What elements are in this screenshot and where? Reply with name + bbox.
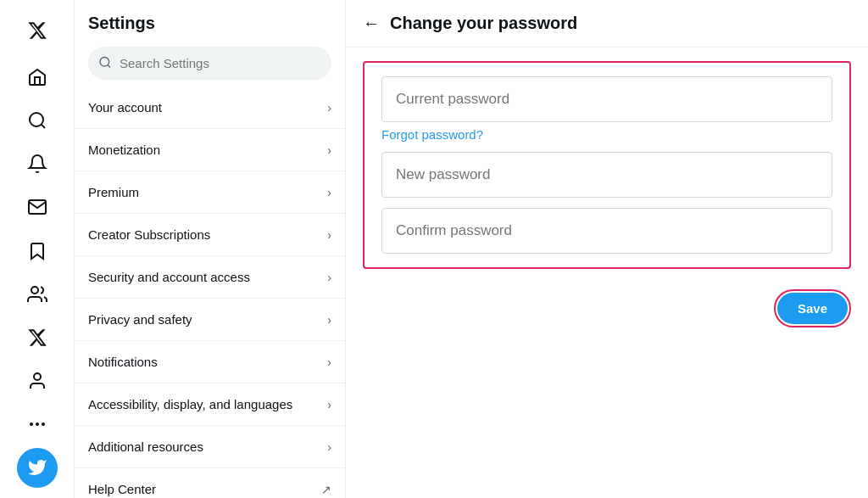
bookmarks-icon[interactable] <box>17 231 58 271</box>
save-section: Save <box>346 283 868 334</box>
home-icon[interactable] <box>17 57 58 97</box>
search-settings-input[interactable] <box>88 47 331 80</box>
chevron-right-icon: › <box>327 228 331 242</box>
chevron-right-icon: › <box>327 186 331 199</box>
menu-item-label: Security and account access <box>88 270 250 284</box>
menu-item-label: Notifications <box>88 355 158 369</box>
menu-item-your-account[interactable]: Your account › <box>75 87 345 129</box>
forgot-password-link[interactable]: Forgot password? <box>381 127 832 142</box>
chevron-right-icon: › <box>327 143 331 157</box>
menu-item-privacy[interactable]: Privacy and safety › <box>75 299 345 341</box>
current-password-input[interactable] <box>381 76 832 122</box>
communities-icon[interactable] <box>17 274 58 314</box>
save-button[interactable]: Save <box>777 293 848 324</box>
menu-item-label: Help Center <box>88 482 156 496</box>
svg-point-0 <box>30 113 43 126</box>
svg-point-6 <box>100 57 109 66</box>
svg-point-2 <box>34 373 41 380</box>
messages-icon[interactable] <box>17 187 58 227</box>
chevron-right-icon: › <box>327 313 331 327</box>
menu-item-security[interactable]: Security and account access › <box>75 256 345 299</box>
menu-item-label: Your account <box>88 100 162 115</box>
settings-title: Settings <box>75 0 345 40</box>
svg-point-3 <box>30 422 33 426</box>
svg-point-4 <box>36 422 39 426</box>
chevron-right-icon: › <box>327 398 331 411</box>
menu-item-label: Additional resources <box>88 439 203 454</box>
svg-point-1 <box>31 287 38 294</box>
menu-item-label: Accessibility, display, and languages <box>88 397 292 411</box>
menu-item-label: Privacy and safety <box>88 312 192 327</box>
search-box <box>88 47 331 80</box>
menu-item-additional-resources[interactable]: Additional resources › <box>75 426 345 468</box>
new-password-input[interactable] <box>381 152 832 198</box>
search-nav-icon[interactable] <box>17 100 58 140</box>
premium-icon[interactable] <box>17 317 58 357</box>
page-header: ← Change your password <box>346 0 868 48</box>
menu-item-notifications[interactable]: Notifications › <box>75 341 345 383</box>
menu-item-accessibility[interactable]: Accessibility, display, and languages › <box>75 383 345 426</box>
more-icon[interactable] <box>17 405 58 445</box>
settings-sidebar: Settings Your account › Monetization › P… <box>75 0 346 498</box>
menu-item-label: Premium <box>88 185 139 199</box>
menu-item-label: Creator Subscriptions <box>88 227 210 242</box>
confirm-password-field <box>381 208 832 254</box>
notifications-icon[interactable] <box>17 144 58 184</box>
search-icon <box>98 55 112 71</box>
compose-icon[interactable] <box>17 448 58 488</box>
confirm-password-input[interactable] <box>381 208 832 254</box>
new-password-field <box>381 152 832 198</box>
menu-item-premium[interactable]: Premium › <box>75 171 345 214</box>
profile-icon[interactable] <box>17 361 58 401</box>
svg-point-5 <box>42 422 45 426</box>
save-button-wrapper: Save <box>774 289 851 327</box>
menu-item-label: Monetization <box>88 143 160 157</box>
main-content: ← Change your password Forgot password? … <box>346 0 868 498</box>
menu-item-help-center[interactable]: Help Center ↗ <box>75 468 345 498</box>
chevron-right-icon: › <box>327 355 331 369</box>
chevron-right-icon: › <box>327 101 331 115</box>
menu-item-creator-subscriptions[interactable]: Creator Subscriptions › <box>75 214 345 256</box>
current-password-field: Forgot password? <box>381 76 832 142</box>
chevron-right-icon: › <box>327 440 331 454</box>
left-nav <box>0 0 75 498</box>
external-link-icon: ↗ <box>321 483 331 496</box>
page-title: Change your password <box>390 14 577 33</box>
chevron-right-icon: › <box>327 271 331 284</box>
x-logo-icon[interactable] <box>17 10 58 50</box>
back-button[interactable]: ← <box>363 14 380 33</box>
password-form-section: Forgot password? <box>363 61 851 269</box>
menu-item-monetization[interactable]: Monetization › <box>75 129 345 171</box>
